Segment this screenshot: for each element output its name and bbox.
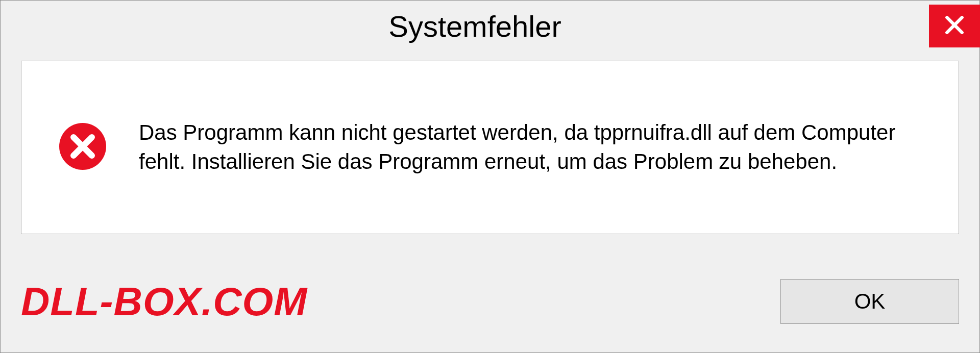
close-button[interactable] [929,5,980,47]
ok-button[interactable]: OK [780,279,959,324]
content-panel: Das Programm kann nicht gestartet werden… [21,61,959,234]
close-icon [943,14,966,38]
dialog-title: Systemfehler [21,9,929,43]
titlebar: Systemfehler [1,1,979,52]
watermark-text: DLL-BOX.COM [21,279,307,325]
error-message: Das Programm kann nicht gestartet werden… [139,118,928,176]
error-dialog: Systemfehler Das Programm kann nicht ges… [0,0,980,353]
error-icon [57,121,108,174]
dialog-footer: DLL-BOX.COM OK [1,250,979,352]
